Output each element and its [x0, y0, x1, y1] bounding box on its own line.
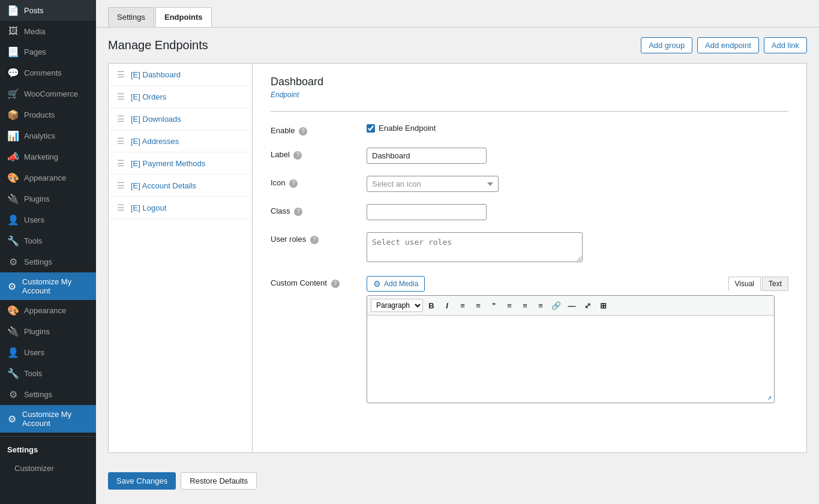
endpoint-item-dashboard[interactable]: ☰ [E] Dashboard: [109, 64, 252, 86]
sidebar-item-customize-my-account-1[interactable]: ⚙ Customize My Account: [0, 272, 96, 300]
endpoint-label-downloads: [E] Downloads: [131, 115, 181, 124]
marketing-icon: 📣: [7, 151, 19, 163]
sidebar-item-customize-my-account-2[interactable]: ⚙ Customize My Account: [0, 405, 96, 433]
label-help-icon[interactable]: ?: [293, 151, 302, 160]
icon-help-icon[interactable]: ?: [289, 179, 298, 188]
customizer-label: Customizer: [14, 464, 54, 473]
sidebar-item-tools2[interactable]: 🔧 Tools: [0, 363, 96, 384]
form-row-icon: Icon ? Select an icon: [271, 176, 788, 192]
sidebar-item-appearance2[interactable]: 🎨 Appearance: [0, 300, 96, 321]
form-row-custom-content: Custom Content ? ⚙ Add Media Visual Text: [271, 276, 788, 403]
sidebar-item-comments[interactable]: 💬 Comments: [0, 62, 96, 83]
sidebar-item-plugins[interactable]: 🔌 Plugins: [0, 188, 96, 209]
sidebar-item-woocommerce[interactable]: 🛒 WooCommerce: [0, 83, 96, 104]
sidebar-item-tools[interactable]: 🔧 Tools: [0, 230, 96, 251]
tabs-bar: Settings Endpoints: [96, 0, 819, 28]
plugins-icon: 🔌: [7, 193, 19, 205]
drag-handle-logout[interactable]: ☰: [117, 203, 125, 212]
save-changes-button[interactable]: Save Changes: [108, 472, 176, 490]
blockquote-button[interactable]: ": [487, 298, 501, 313]
tab-settings[interactable]: Settings: [108, 7, 154, 27]
custom-content-help-icon[interactable]: ?: [331, 280, 340, 288]
editor-wrapper: Paragraph B I ≡ ≡ " ≡ ≡ ≡ 🔗 —: [367, 295, 775, 403]
sidebar-item-pages[interactable]: 📃 Pages: [0, 41, 96, 62]
editor-tab-text[interactable]: Text: [762, 277, 788, 291]
sidebar: 📄 Posts 🖼 Media 📃 Pages 💬 Comments 🛒 Woo…: [0, 0, 96, 504]
enable-checkbox-label[interactable]: Enable Endpoint: [379, 124, 436, 133]
endpoint-item-downloads[interactable]: ☰ [E] Downloads: [109, 108, 252, 130]
align-left-button[interactable]: ≡: [502, 298, 517, 313]
add-link-button[interactable]: Add link: [764, 37, 807, 53]
add-endpoint-button[interactable]: Add endpoint: [697, 37, 759, 53]
enable-checkbox[interactable]: [367, 124, 375, 133]
endpoint-item-orders[interactable]: ☰ [E] Orders: [109, 86, 252, 108]
horizontal-rule-button[interactable]: —: [565, 298, 579, 313]
add-media-button[interactable]: ⚙ Add Media: [367, 276, 425, 292]
enable-help-icon[interactable]: ?: [299, 127, 307, 136]
main-area: Settings Endpoints Manage Endpoints Add …: [96, 0, 819, 504]
sidebar-item-label: Products: [24, 110, 55, 119]
sidebar-item-products[interactable]: 📦 Products: [0, 104, 96, 125]
label-field: [367, 148, 788, 164]
sidebar-item-plugins2[interactable]: 🔌 Plugins: [0, 321, 96, 342]
drag-handle-orders[interactable]: ☰: [117, 92, 125, 101]
paragraph-select[interactable]: Paragraph: [371, 299, 423, 312]
endpoint-label-account-details: [E] Account Details: [131, 181, 196, 190]
fullscreen-button[interactable]: ⤢: [580, 298, 595, 313]
endpoint-item-logout[interactable]: ☰ [E] Logout: [109, 197, 252, 219]
drag-handle-downloads[interactable]: ☰: [117, 114, 125, 124]
editor-tab-visual[interactable]: Visual: [728, 277, 761, 291]
italic-button[interactable]: I: [440, 298, 454, 313]
endpoint-item-account-details[interactable]: ☰ [E] Account Details: [109, 175, 252, 197]
form-row-label: Label ?: [271, 148, 788, 164]
sidebar-item-analytics[interactable]: 📊 Analytics: [0, 125, 96, 146]
editor-body[interactable]: [367, 316, 774, 394]
content-area: ☰ [E] Dashboard ☰ [E] Orders ☰ [E] Downl…: [108, 63, 807, 453]
analytics-icon: 📊: [7, 130, 19, 142]
sidebar-item-users[interactable]: 👤 Users: [0, 209, 96, 230]
appearance-icon: 🎨: [7, 172, 19, 184]
bold-button[interactable]: B: [424, 298, 439, 313]
sidebar-settings-label: Settings: [0, 440, 96, 459]
user-roles-help-icon[interactable]: ?: [310, 236, 319, 244]
sidebar-item-label: Pages: [24, 47, 46, 56]
endpoint-form: Dashboard Endpoint Enable ? Enable Endpo…: [253, 64, 806, 452]
endpoint-item-payment-methods[interactable]: ☰ [E] Payment Methods: [109, 152, 252, 175]
drag-handle-addresses[interactable]: ☰: [117, 136, 125, 146]
table-button[interactable]: ⊞: [596, 298, 610, 313]
align-right-button[interactable]: ≡: [533, 298, 548, 313]
unordered-list-button[interactable]: ≡: [455, 298, 470, 313]
endpoint-item-addresses[interactable]: ☰ [E] Addresses: [109, 130, 252, 152]
drag-handle-payment-methods[interactable]: ☰: [117, 158, 125, 168]
drag-handle-account-details[interactable]: ☰: [117, 181, 125, 190]
class-help-icon[interactable]: ?: [294, 208, 302, 216]
user-roles-input[interactable]: [367, 232, 583, 262]
align-center-button[interactable]: ≡: [518, 298, 532, 313]
page-title: Manage Endpoints: [108, 38, 208, 52]
sidebar-item-settings2[interactable]: ⚙ Settings: [0, 384, 96, 405]
form-row-enable: Enable ? Enable Endpoint: [271, 124, 788, 136]
sidebar-item-appearance[interactable]: 🎨 Appearance: [0, 167, 96, 188]
drag-handle-dashboard[interactable]: ☰: [117, 70, 125, 79]
sidebar-item-media[interactable]: 🖼 Media: [0, 21, 96, 41]
class-input[interactable]: [367, 204, 487, 220]
icon-field: Select an icon: [367, 176, 788, 192]
sidebar-item-marketing[interactable]: 📣 Marketing: [0, 146, 96, 167]
label-input[interactable]: [367, 148, 487, 164]
editor-tabs: Visual Text: [728, 277, 788, 291]
restore-defaults-button[interactable]: Restore Defaults: [181, 472, 257, 490]
tab-endpoints[interactable]: Endpoints: [155, 7, 212, 27]
posts-icon: 📄: [7, 5, 19, 16]
users-icon: 👤: [7, 214, 19, 226]
add-group-button[interactable]: Add group: [641, 37, 692, 53]
sidebar-customizer[interactable]: Customizer: [0, 459, 96, 478]
link-button[interactable]: 🔗: [549, 298, 563, 313]
ordered-list-button[interactable]: ≡: [471, 298, 485, 313]
sidebar-item-users2[interactable]: 👤 Users: [0, 342, 96, 363]
sidebar-item-settings[interactable]: ⚙ Settings: [0, 251, 96, 272]
products-icon: 📦: [7, 109, 19, 121]
editor-resize-handle[interactable]: ↗: [367, 394, 774, 403]
sidebar-item-label: Comments: [24, 68, 62, 77]
icon-select[interactable]: Select an icon: [367, 176, 499, 192]
sidebar-item-posts[interactable]: 📄 Posts: [0, 0, 96, 21]
